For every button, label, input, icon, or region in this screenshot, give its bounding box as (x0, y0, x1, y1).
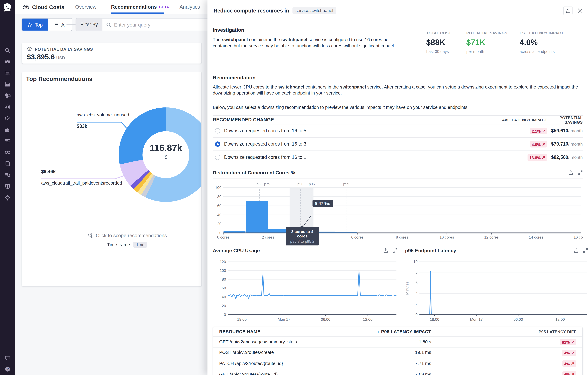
notebooks-icon[interactable] (4, 160, 11, 167)
expand-chart-icon[interactable] (578, 170, 583, 175)
expand-chart-icon[interactable] (393, 248, 398, 253)
savings-currency: USD (56, 56, 65, 60)
option-radio[interactable] (215, 128, 220, 133)
svg-text:0: 0 (415, 312, 418, 317)
cloud-costs-icon: $ (23, 4, 30, 10)
monitors-icon[interactable] (4, 104, 11, 110)
tab-recommendations[interactable]: RecommendationsBETA (111, 0, 169, 14)
resource-name: PATCH /api/v2/routes/{route_id} (219, 361, 370, 366)
export-button[interactable] (564, 6, 573, 15)
log-explorer-icon[interactable] (4, 171, 11, 178)
filter-by-chip[interactable]: Filter By (76, 19, 102, 31)
trend-up-icon: ↗ (571, 361, 574, 366)
svg-text:Minutes: Minutes (405, 282, 409, 295)
svg-text:p75: p75 (264, 182, 270, 186)
svg-text:?: ? (7, 367, 9, 371)
p95-latency-chart-title: p95 Endpoint Latency (405, 248, 456, 253)
svg-text:6 cores: 6 cores (351, 235, 364, 239)
trend-up-icon: ↗ (571, 340, 574, 344)
p95-impact-value: 7.69 ms (370, 372, 431, 375)
svg-text:p99: p99 (343, 182, 349, 186)
svg-text:20: 20 (217, 222, 221, 226)
sort-column-header[interactable]: ↓P95 LATENCY IMPACT (370, 329, 431, 334)
p95-impact-value: 19.1 ms (370, 350, 431, 355)
time-frame-chip: 1mo (133, 242, 147, 248)
latency-impact-chip: 4.0%↗ (530, 141, 547, 148)
recommended-change-row[interactable]: Downsize requested cores from 16 to 52.1… (213, 124, 583, 138)
callout-ebs-name[interactable]: aws_ebs_volume_unused (77, 112, 129, 118)
top-filter-button[interactable]: Top (22, 19, 48, 31)
top-recommendations-title: Top Recommendations (26, 75, 93, 82)
endpoint-row[interactable]: POST /api/v2/routes/create19.1 ms4%↗ (213, 347, 582, 358)
svg-text:60: 60 (222, 286, 226, 290)
svg-text:06:00: 06:00 (321, 317, 330, 321)
svg-text:2 cores: 2 cores (262, 235, 274, 239)
svg-text:p50: p50 (257, 182, 262, 186)
p95-diff-chip: 4%↗ (562, 350, 576, 356)
callout-cloudtrail-name[interactable]: aws_cloudtrail_trail_paideventsrecorded (41, 180, 122, 186)
callout-cloudtrail-value: $9.46k (41, 169, 56, 174)
infrastructure-icon[interactable] (4, 92, 11, 99)
svg-text:10: 10 (413, 260, 418, 264)
endpoint-row[interactable]: GET /api/v2/routes/{route_id}7.69 ms4%↗ (213, 369, 582, 375)
beta-badge: BETA (159, 5, 169, 9)
scope-recommendations-hint[interactable]: Click to scope recommendations (22, 233, 202, 238)
recommendation-heading: Recommendation (213, 75, 583, 81)
svg-text:2: 2 (415, 302, 418, 306)
chat-icon[interactable] (4, 355, 11, 361)
svg-text:100: 100 (215, 185, 221, 190)
p95-diff-chip: 82%↗ (560, 339, 576, 345)
p95-diff-chip: 4%↗ (562, 361, 576, 367)
tab-analytics[interactable]: Analytics (179, 0, 200, 14)
metrics-icon[interactable] (4, 81, 11, 87)
export-chart-icon[interactable] (574, 248, 579, 253)
network-icon[interactable] (4, 194, 11, 201)
dashboards-icon[interactable] (4, 70, 11, 76)
expand-chart-icon[interactable] (583, 248, 588, 253)
panel-header: Reduce compute resources in service:swit… (207, 0, 588, 21)
svg-text:120: 120 (220, 260, 226, 264)
resource-table-header: RESOURCE NAME ↓P95 LATENCY IMPACT P95 LA… (213, 327, 582, 336)
export-chart-icon[interactable] (383, 248, 388, 253)
cores-distribution-histogram[interactable]: 020406080100p50p75p90p95p990 cores2 core… (213, 179, 583, 239)
endpoint-impact-table: RESOURCE NAME ↓P95 LATENCY IMPACT P95 LA… (213, 327, 583, 375)
cloud-savings-icon: $ (27, 47, 32, 52)
service-scope-chip: service:switchpanel (293, 7, 336, 14)
recommended-change-row[interactable]: Downsize requested cores from 16 to 34.0… (213, 138, 583, 151)
svg-text:0: 0 (219, 231, 221, 235)
filter-connector-line (67, 24, 76, 25)
export-chart-icon[interactable] (568, 170, 573, 175)
donut-center-label: 116.87k $ (134, 143, 198, 160)
endpoint-row[interactable]: GET /api/v2/messages/summary_stats1.60 s… (213, 337, 582, 347)
search-icon[interactable] (4, 47, 11, 53)
search-placeholder: Enter your query (114, 22, 150, 27)
svg-text:8: 8 (415, 270, 418, 274)
option-radio[interactable] (215, 141, 220, 147)
recommended-change-row[interactable]: Downsize requested cores from 16 to 113.… (213, 151, 583, 164)
potential-daily-savings-card: $ POTENTIAL DAILY SAVINGS $3,895.6USD (21, 43, 202, 64)
stat-total-cost: TOTAL COST $88K Last 30 days (426, 31, 466, 54)
close-icon[interactable] (577, 8, 583, 13)
tab-overview[interactable]: Overview (75, 0, 96, 14)
apm-icon[interactable] (4, 115, 11, 121)
endpoint-row[interactable]: PATCH /api/v2/routes/{route_id}7.71 ms4%… (213, 358, 582, 369)
avg-cpu-line-chart[interactable]: 02040608010012018:00Mon 1706:0012:00 (213, 257, 398, 324)
ci-icon[interactable] (4, 149, 11, 155)
svg-text:Mon 17: Mon 17 (470, 317, 483, 321)
list-icon (54, 22, 59, 27)
integrations-icon[interactable] (4, 126, 11, 133)
help-icon[interactable]: ? (4, 366, 11, 372)
p95-latency-chart-block: p95 Endpoint Latency 0246810Minutes18:00… (405, 242, 588, 324)
security-icon[interactable] (4, 183, 11, 190)
sort-desc-icon: ↓ (377, 329, 379, 334)
logs-icon[interactable] (4, 138, 11, 144)
p95-latency-line-chart[interactable]: 0246810Minutes18:00Mon 1706:0012:00 (405, 257, 588, 324)
investigation-section: Investigation The switchpanel container … (213, 27, 583, 64)
distribution-chart-block: Distribution of Concurrent Cores % 02040… (213, 170, 583, 239)
datadog-logo-icon[interactable] (2, 2, 13, 14)
watchdog-icon[interactable] (4, 58, 11, 65)
option-radio[interactable] (215, 155, 220, 160)
stat-potential-savings: POTENTIAL SAVINGS $71K per month (466, 31, 520, 54)
svg-text:Mon 17: Mon 17 (278, 317, 290, 321)
recommendation-side-panel: Reduce compute resources in service:swit… (207, 0, 588, 375)
